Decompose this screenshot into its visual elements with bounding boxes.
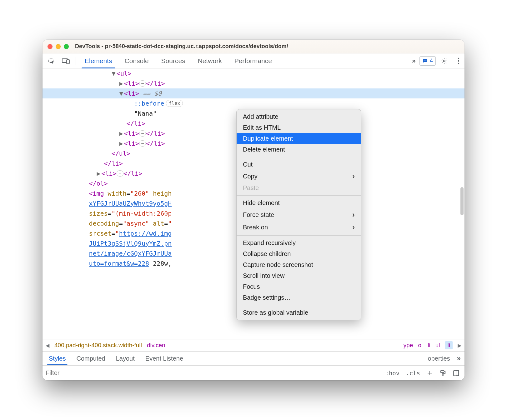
maximize-icon[interactable] [64, 44, 69, 49]
context-menu-item: Paste [237, 182, 361, 193]
svg-rect-10 [442, 374, 443, 376]
context-menu-item[interactable]: Duplicate element [237, 133, 361, 144]
context-menu-label: Collapse children [243, 250, 291, 258]
svg-rect-4 [424, 61, 425, 61]
context-menu-item[interactable]: Copy› [237, 170, 361, 182]
context-menu-item[interactable]: Cut [237, 159, 361, 170]
context-menu-item[interactable]: Collapse children [237, 248, 361, 259]
tab-network[interactable]: Network [193, 53, 227, 68]
inspect-element-icon[interactable] [46, 55, 58, 67]
styles-pane-tabs: Styles Computed Layout Event Listene ope… [43, 352, 464, 365]
context-menu-label: Cut [243, 161, 253, 168]
kebab-menu-icon[interactable] [453, 55, 464, 67]
more-tabs-icon[interactable]: » [412, 57, 416, 65]
tab-properties[interactable]: operties [424, 352, 454, 365]
dom-row[interactable]: ▼<ul> [43, 68, 464, 78]
breadcrumb-item[interactable]: ul [435, 342, 440, 349]
tab-event-listeners[interactable]: Event Listene [142, 352, 187, 365]
context-menu-label: Capture node screenshot [243, 261, 313, 268]
tab-layout[interactable]: Layout [112, 352, 138, 365]
window-title: DevTools - pr-5840-static-dot-dcc-stagin… [75, 43, 288, 50]
issues-badge[interactable]: 4 [419, 56, 436, 66]
breadcrumb-item[interactable]: 400.pad-right-400.stack.width-full [54, 342, 142, 349]
context-menu-item[interactable]: Badge settings… [237, 292, 361, 303]
hov-toggle[interactable]: :hov [383, 369, 401, 377]
context-menu-item[interactable]: Break on› [237, 221, 361, 233]
cls-toggle[interactable]: .cls [404, 369, 422, 377]
issues-count: 4 [430, 58, 433, 64]
context-menu-item[interactable]: Focus [237, 281, 361, 292]
breadcrumb-item-current[interactable]: li [445, 341, 453, 349]
context-menu: Add attributeEdit as HTMLDuplicate eleme… [236, 109, 361, 320]
devtools-window: DevTools - pr-5840-static-dot-dcc-stagin… [43, 40, 464, 380]
context-menu-separator [237, 305, 361, 305]
context-menu-label: Focus [243, 283, 260, 290]
context-menu-item[interactable]: Expand recursively [237, 238, 361, 248]
flex-badge[interactable]: flex [166, 100, 183, 107]
tab-elements[interactable]: Elements [80, 53, 117, 68]
context-menu-label: Delete element [243, 146, 285, 153]
tab-console[interactable]: Console [120, 53, 154, 68]
device-toolbar-icon[interactable] [60, 55, 72, 67]
breadcrumb-item[interactable]: ype [404, 342, 413, 349]
svg-point-8 [458, 62, 459, 64]
close-icon[interactable] [48, 44, 53, 49]
breadcrumb-prev-icon[interactable]: ◀ [46, 342, 49, 348]
more-sidebar-tabs-icon[interactable]: » [457, 354, 461, 362]
paint-icon[interactable] [438, 368, 448, 378]
context-menu-item[interactable]: Delete element [237, 144, 361, 155]
dom-row[interactable]: ::beforeflex [43, 98, 464, 108]
context-menu-item[interactable]: Scroll into view [237, 270, 361, 281]
context-menu-label: Break on [243, 224, 268, 231]
context-menu-label: Hide element [243, 199, 280, 207]
tab-styles[interactable]: Styles [45, 352, 69, 365]
tab-computed[interactable]: Computed [73, 352, 109, 365]
dom-row-selected[interactable]: ▼<li> == $0 [43, 88, 464, 98]
tab-sources[interactable]: Sources [156, 53, 190, 68]
context-menu-separator [237, 157, 361, 157]
svg-rect-2 [67, 60, 69, 64]
context-menu-separator [237, 195, 361, 196]
dom-breadcrumb[interactable]: ◀ 400.pad-right-400.stack.width-full div… [43, 339, 464, 352]
settings-icon[interactable] [438, 55, 450, 67]
context-menu-label: Duplicate element [243, 135, 293, 142]
context-menu-label: Store as global variable [243, 309, 308, 316]
scrollbar-thumb[interactable] [460, 187, 464, 215]
svg-rect-9 [441, 370, 444, 372]
styles-filter-bar: :hov .cls [43, 365, 464, 380]
context-menu-item[interactable]: Store as global variable [237, 307, 361, 318]
main-toolbar: Elements Console Sources Network Perform… [43, 53, 464, 68]
context-menu-item[interactable]: Edit as HTML [237, 122, 361, 133]
context-menu-label: Scroll into view [243, 272, 284, 279]
svg-point-5 [443, 60, 445, 62]
breadcrumb-item[interactable]: li [428, 342, 430, 349]
breadcrumb-item[interactable]: ol [418, 342, 423, 349]
chevron-right-icon: › [352, 210, 355, 219]
breadcrumb-item[interactable]: div.cen [147, 342, 165, 349]
styles-filter-input[interactable] [46, 368, 381, 378]
context-menu-item[interactable]: Capture node screenshot [237, 259, 361, 270]
context-menu-label: Add attribute [243, 113, 278, 120]
svg-rect-3 [424, 60, 426, 60]
tab-performance[interactable]: Performance [229, 53, 277, 68]
minimize-icon[interactable] [56, 44, 61, 49]
context-menu-item[interactable]: Add attribute [237, 111, 361, 122]
svg-rect-12 [456, 370, 459, 376]
context-menu-label: Force state [243, 211, 274, 218]
new-style-rule-icon[interactable] [424, 368, 435, 378]
context-menu-separator [237, 235, 361, 236]
context-menu-item[interactable]: Force state› [237, 208, 361, 221]
context-menu-item[interactable]: Hide element [237, 198, 361, 208]
context-menu-label: Copy [243, 173, 258, 180]
titlebar: DevTools - pr-5840-static-dot-dcc-stagin… [43, 40, 464, 53]
traffic-lights [48, 44, 69, 49]
message-icon [422, 58, 428, 64]
svg-point-6 [458, 58, 459, 59]
context-menu-label: Badge settings… [243, 294, 290, 301]
dom-row[interactable]: ▶<li>⋯</li> [43, 78, 464, 88]
computed-toggle-icon[interactable] [451, 368, 461, 378]
svg-point-7 [458, 60, 459, 61]
chevron-right-icon: › [352, 223, 355, 232]
panel-tabs: Elements Console Sources Network Perform… [80, 53, 277, 68]
breadcrumb-next-icon[interactable]: ▶ [458, 342, 461, 348]
